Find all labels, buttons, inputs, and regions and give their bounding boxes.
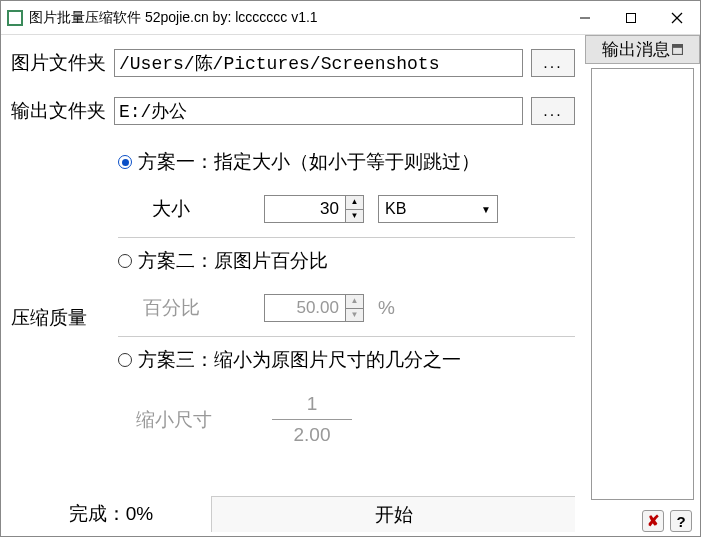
percent-value: 50.00 (265, 295, 345, 321)
progress-label: 完成： 0% (11, 496, 211, 532)
input-folder-label: 图片文件夹 (11, 50, 106, 76)
scheme-3-label: 方案三：缩小为原图片尺寸的几分之一 (138, 347, 461, 373)
radio-icon (118, 155, 132, 169)
spin-buttons: ▲ ▼ (345, 295, 363, 321)
output-log[interactable] (591, 68, 694, 500)
fraction-bar (272, 419, 352, 420)
scheme-2-radio[interactable]: 方案二：原图片百分比 (118, 248, 575, 274)
quality-label: 压缩质量 (11, 139, 106, 496)
dock-icon (672, 44, 683, 55)
clear-button[interactable]: ✘ (642, 510, 664, 532)
svg-rect-5 (673, 45, 683, 48)
scheme-3-radio[interactable]: 方案三：缩小为原图片尺寸的几分之一 (118, 347, 575, 373)
unit-value: KB (385, 200, 406, 218)
percent-spinner: 50.00 ▲ ▼ (264, 294, 364, 322)
unit-combo[interactable]: KB ▼ (378, 195, 498, 223)
percent-label: 百分比 (136, 295, 206, 321)
output-folder-label: 输出文件夹 (11, 98, 106, 124)
size-label: 大小 (136, 196, 206, 222)
scheme-2-label: 方案二：原图片百分比 (138, 248, 328, 274)
shrink-label: 缩小尺寸 (136, 407, 212, 433)
denominator: 2.00 (294, 424, 331, 446)
window-title: 图片批量压缩软件 52pojie.cn by: lccccccc v1.1 (29, 9, 562, 27)
spin-up-icon[interactable]: ▲ (346, 196, 363, 210)
titlebar: 图片批量压缩软件 52pojie.cn by: lccccccc v1.1 (1, 1, 700, 35)
maximize-button[interactable] (608, 1, 654, 35)
output-folder-row: 输出文件夹 ... (11, 97, 575, 125)
spin-up-icon: ▲ (346, 295, 363, 309)
fraction: 1 2.00 (272, 393, 352, 446)
numerator: 1 (307, 393, 318, 415)
scheme-3: 方案三：缩小为原图片尺寸的几分之一 缩小尺寸 1 2.00 (118, 336, 575, 460)
size-value: 30 (265, 196, 345, 222)
spin-buttons: ▲ ▼ (345, 196, 363, 222)
svg-rect-1 (627, 13, 636, 22)
chevron-down-icon: ▼ (481, 204, 491, 215)
progress-value: 0% (126, 503, 153, 525)
spin-down-icon: ▼ (346, 309, 363, 322)
scheme-2: 方案二：原图片百分比 百分比 50.00 ▲ ▼ (118, 237, 575, 336)
input-folder-row: 图片文件夹 ... (11, 49, 575, 77)
app-icon (7, 10, 23, 26)
size-spinner[interactable]: 30 ▲ ▼ (264, 195, 364, 223)
scheme-1: 方案一：指定大小（如小于等于则跳过） 大小 30 ▲ ▼ (118, 139, 575, 237)
output-tab[interactable]: 输出消息 (585, 35, 700, 64)
input-folder-browse-button[interactable]: ... (531, 49, 575, 77)
scheme-1-radio[interactable]: 方案一：指定大小（如小于等于则跳过） (118, 149, 575, 175)
percent-unit: % (378, 297, 395, 319)
close-button[interactable] (654, 1, 700, 35)
output-folder-field[interactable] (114, 97, 523, 125)
minimize-button[interactable] (562, 1, 608, 35)
spin-down-icon[interactable]: ▼ (346, 210, 363, 223)
radio-icon (118, 254, 132, 268)
help-button[interactable]: ? (670, 510, 692, 532)
output-tab-label: 输出消息 (602, 38, 670, 61)
app-window: 图片批量压缩软件 52pojie.cn by: lccccccc v1.1 图片… (0, 0, 701, 537)
input-folder-field[interactable] (114, 49, 523, 77)
radio-icon (118, 353, 132, 367)
output-folder-browse-button[interactable]: ... (531, 97, 575, 125)
start-button[interactable]: 开始 (211, 496, 575, 532)
scheme-1-label: 方案一：指定大小（如小于等于则跳过） (138, 149, 480, 175)
